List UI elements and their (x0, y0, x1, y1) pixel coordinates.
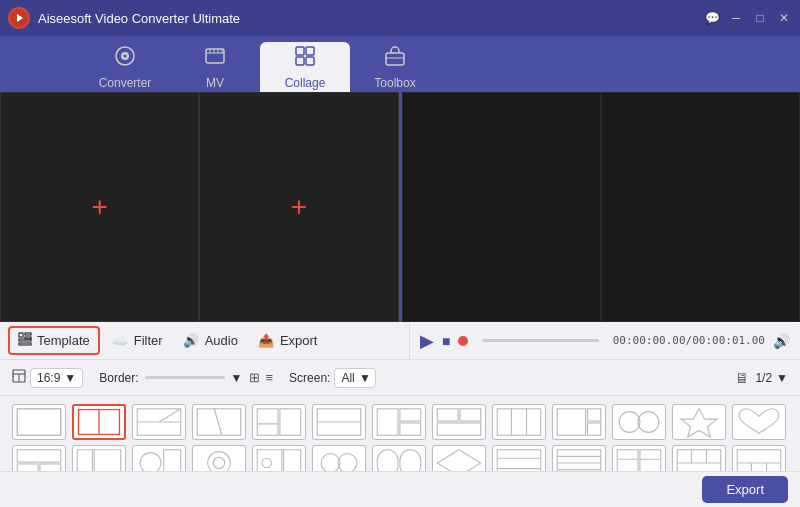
preview-cell-4[interactable] (601, 92, 800, 322)
svg-rect-42 (588, 423, 601, 435)
main-area: + + (0, 92, 800, 507)
collage-preview: + + (0, 92, 800, 322)
svg-rect-12 (25, 333, 31, 335)
play-btn[interactable]: ▶ (420, 330, 434, 352)
template-item-9[interactable] (492, 404, 546, 440)
svg-rect-71 (677, 450, 720, 471)
svg-line-24 (159, 409, 181, 422)
message-btn[interactable]: 💬 (704, 10, 720, 26)
export-button[interactable]: Export (702, 476, 788, 503)
svg-rect-48 (40, 464, 61, 471)
ratio-select[interactable]: 16:9 ▼ (30, 368, 83, 388)
template-item-2v[interactable] (72, 404, 126, 440)
audio-btn[interactable]: 🔊 Audio (175, 329, 246, 352)
template-item-5[interactable] (252, 404, 306, 440)
export-ctrl-btn[interactable]: 📤 Export (250, 329, 326, 352)
screen-arrow: ▼ (359, 371, 371, 385)
template-item-r2-12[interactable] (672, 445, 726, 471)
template-item-r2-9[interactable] (492, 445, 546, 471)
svg-rect-14 (19, 339, 31, 341)
svg-rect-15 (19, 343, 31, 345)
page-arrow[interactable]: ▼ (776, 371, 788, 385)
template-item-4[interactable] (192, 404, 246, 440)
time-display: 00:00:00.00/00:00:01.00 (613, 334, 765, 347)
svg-rect-60 (497, 450, 540, 471)
stop-btn[interactable]: ■ (442, 333, 450, 349)
svg-marker-45 (681, 409, 717, 437)
svg-rect-6 (296, 47, 304, 55)
svg-point-44 (638, 412, 659, 433)
template-item-r2-10[interactable] (552, 445, 606, 471)
close-btn[interactable]: ✕ (776, 10, 792, 26)
template-row-2 (12, 445, 788, 471)
template-item-12[interactable] (672, 404, 726, 440)
page-value: 1/2 (755, 371, 772, 385)
template-item-r2-2[interactable] (72, 445, 126, 471)
template-item-r2-8[interactable] (432, 445, 486, 471)
preview-right-cells (402, 92, 801, 322)
svg-rect-10 (386, 53, 404, 65)
template-item-r2-1[interactable] (12, 445, 66, 471)
tab-collage-label: Collage (285, 76, 326, 90)
svg-rect-33 (400, 423, 421, 435)
screen-label: Screen: (289, 371, 330, 385)
template-item-7[interactable] (372, 404, 426, 440)
monitor-icon: 🖥 (735, 370, 749, 386)
preview-panel-right (402, 92, 801, 322)
collage-icon (294, 45, 316, 72)
border-label: Border: (99, 371, 138, 385)
toolbox-icon (384, 45, 406, 72)
screen-value: All (341, 371, 354, 385)
tab-toolbox[interactable]: Toolbox (350, 42, 440, 92)
border-slider[interactable] (145, 376, 225, 379)
minimize-btn[interactable]: ─ (728, 10, 744, 26)
preview-cell-2[interactable]: + (199, 92, 398, 322)
template-item-10[interactable] (552, 404, 606, 440)
template-item-6[interactable] (312, 404, 366, 440)
template-item-r2-3[interactable] (132, 445, 186, 471)
converter-icon (114, 45, 136, 72)
preview-cell-1[interactable]: + (0, 92, 199, 322)
template-item-13[interactable] (732, 404, 786, 440)
page-select: 1/2 ▼ (755, 371, 788, 385)
tab-converter[interactable]: Converter (80, 42, 170, 92)
template-item-3[interactable] (132, 404, 186, 440)
svg-rect-31 (377, 409, 398, 435)
tab-collage[interactable]: Collage (260, 42, 350, 92)
svg-marker-49 (77, 450, 92, 471)
maximize-btn[interactable]: □ (752, 10, 768, 26)
template-item-r2-7[interactable] (372, 445, 426, 471)
svg-point-56 (321, 454, 340, 471)
layout-icon (12, 369, 26, 386)
template-item-r2-5[interactable] (252, 445, 306, 471)
svg-rect-9 (306, 57, 314, 65)
template-item-r2-4[interactable] (192, 445, 246, 471)
svg-rect-36 (437, 423, 480, 435)
stripe-pattern-icon[interactable]: ≡ (266, 370, 274, 385)
template-item-r2-13[interactable] (732, 445, 786, 471)
svg-point-54 (213, 457, 224, 468)
svg-rect-75 (737, 450, 780, 471)
template-item-8[interactable] (432, 404, 486, 440)
filter-label: Filter (134, 333, 163, 348)
preview-cell-3[interactable] (402, 92, 601, 322)
svg-marker-50 (94, 450, 120, 471)
svg-rect-35 (460, 409, 481, 421)
template-item-r2-6[interactable] (312, 445, 366, 471)
template-item-11[interactable] (612, 404, 666, 440)
tab-mv[interactable]: MV (170, 42, 260, 92)
svg-rect-34 (437, 409, 458, 421)
svg-rect-47 (17, 464, 38, 471)
template-btn[interactable]: Template (8, 326, 100, 355)
add-icon-1: + (91, 191, 107, 223)
svg-rect-58 (377, 450, 398, 471)
border-arrow[interactable]: ▼ (231, 371, 243, 385)
grid-pattern-icon[interactable]: ⊞ (249, 370, 260, 385)
template-item-r2-11[interactable] (612, 445, 666, 471)
filter-btn[interactable]: ☁️ Filter (104, 329, 171, 352)
template-item-single[interactable] (12, 404, 66, 440)
ratio-arrow: ▼ (64, 371, 76, 385)
screen-value-select[interactable]: All ▼ (334, 368, 375, 388)
volume-icon[interactable]: 🔊 (773, 333, 790, 349)
screen-select: Screen: All ▼ (289, 368, 376, 388)
